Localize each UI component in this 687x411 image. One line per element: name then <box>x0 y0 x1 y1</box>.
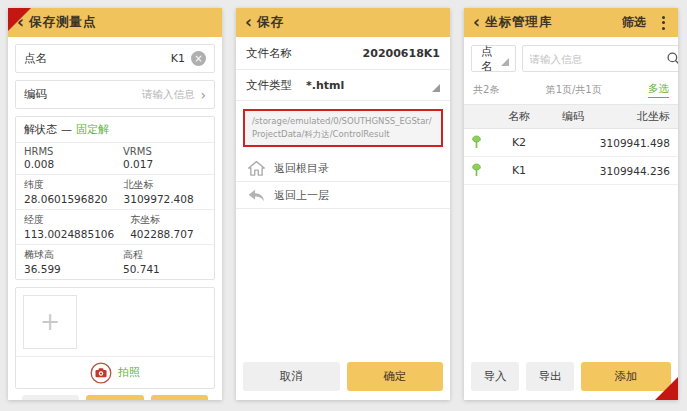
cancel-button[interactable]: 取消 <box>243 362 340 391</box>
coord-library-body: 点名 共2条 第1页/共1页 多 <box>464 37 678 400</box>
import-button[interactable]: 导入 <box>471 362 519 391</box>
metric-row-lon-east: 经度 113.0024885106 东坐标 402288.707 <box>16 209 214 244</box>
chevron-right-icon: › <box>200 87 206 103</box>
metric-label: 北坐标 <box>124 178 206 192</box>
save-file-titlebar: ‹ 保存 <box>236 8 450 37</box>
metric-hrms: HRMS 0.008 <box>16 143 115 174</box>
metric-label: 东坐标 <box>130 213 206 227</box>
filename-value: 20200618K1 <box>363 47 440 60</box>
go-root-row[interactable]: 返回根目录 <box>236 155 450 182</box>
search-box <box>522 45 679 72</box>
home-icon <box>248 160 265 176</box>
metric-vrms: VRMS 0.017 <box>115 143 214 174</box>
panel-save-file: ‹ 保存 文件名称 20200618K1 文件类型 *.html /storag… <box>236 8 450 400</box>
solution-value: 固定解 <box>76 122 109 137</box>
point-marker-icon <box>464 135 488 150</box>
search-field-label: 点名 <box>481 44 493 74</box>
report-button[interactable]: 报告 <box>86 395 143 400</box>
screenshot-stage: ‹ 保存测量点 点名 K1 × 编码 请输入信息 › 解状态 — 固定解 <box>0 0 687 408</box>
ok-button[interactable]: 确定 <box>347 362 444 391</box>
filetype-label: 文件类型 <box>246 78 292 93</box>
clear-icon[interactable]: × <box>191 51 206 66</box>
metric-label: HRMS <box>24 146 107 157</box>
page-indicator: 第1页/共1页 <box>546 83 602 97</box>
current-path-box: /storage/emulated/0/SOUTHGNSS_EGStar/ Pr… <box>243 109 443 147</box>
save-file-body: 文件名称 20200618K1 文件类型 *.html /storage/emu… <box>236 37 450 400</box>
go-root-label: 返回根目录 <box>274 161 329 176</box>
metric-elevation: 高程 50.741 <box>115 245 214 279</box>
search-input[interactable] <box>530 53 662 65</box>
code-field[interactable]: 编码 请输入信息 › <box>15 80 215 109</box>
row-name: K1 <box>488 164 550 177</box>
metric-row-height: 椭球高 36.599 高程 50.741 <box>16 244 214 279</box>
metric-value: 36.599 <box>24 263 107 275</box>
row-north: 3109944.236 <box>596 165 678 177</box>
table-row[interactable]: K1 3109944.236 <box>464 157 678 185</box>
metric-value: 0.008 <box>24 158 107 170</box>
point-name-value: K1 <box>171 52 185 65</box>
multiselect-link[interactable]: 多选 <box>648 82 669 98</box>
gps-info-box: 解状态 — 固定解 HRMS 0.008 VRMS 0.017 <box>15 116 215 280</box>
metric-north: 北坐标 3109972.408 <box>116 175 214 209</box>
dropdown-triangle-icon <box>501 58 509 66</box>
back-icon[interactable]: ‹ <box>245 14 252 31</box>
metric-label: 经度 <box>24 213 114 227</box>
metric-value: 50.741 <box>123 263 206 275</box>
metric-east: 东坐标 402288.707 <box>122 210 214 244</box>
metric-label: VRMS <box>123 146 206 157</box>
page-title: 保存 <box>257 14 284 31</box>
search-icon[interactable] <box>666 51 679 66</box>
coord-library-buttons: 导入 导出 添加 <box>464 356 678 400</box>
metric-value: 113.0024885106 <box>24 228 114 240</box>
photo-thumbnail-area: + <box>16 288 214 356</box>
solution-status-row: 解状态 — 固定解 <box>16 117 214 142</box>
ok-button[interactable]: 确定 <box>151 395 208 400</box>
coord-library-titlebar: ‹ 坐标管理库 筛选 <box>464 8 678 37</box>
photo-section: + 拍照 <box>15 287 215 389</box>
row-north: 3109941.498 <box>596 137 678 149</box>
filter-button[interactable]: 筛选 <box>622 14 646 31</box>
panel-coord-library: ‹ 坐标管理库 筛选 点名 <box>464 8 678 400</box>
metric-ellipsoid-height: 椭球高 36.599 <box>16 245 115 279</box>
solution-label: 解状态 <box>24 122 57 137</box>
code-placeholder: 请输入信息 <box>142 88 195 102</box>
pagination-row: 共2条 第1页/共1页 多选 <box>464 80 678 105</box>
filename-row[interactable]: 文件名称 20200618K1 <box>236 37 450 70</box>
go-up-label: 返回上一层 <box>274 188 329 203</box>
filetype-row[interactable]: 文件类型 *.html <box>236 70 450 101</box>
filetype-value: *.html <box>306 79 344 92</box>
metric-longitude: 经度 113.0024885106 <box>16 210 122 244</box>
back-icon[interactable]: ‹ <box>473 14 480 31</box>
overflow-menu-icon[interactable] <box>658 14 669 32</box>
add-photo-placeholder[interactable]: + <box>23 295 77 349</box>
metric-row-rms: HRMS 0.008 VRMS 0.017 <box>16 142 214 174</box>
cancel-button[interactable]: 取消 <box>22 395 79 400</box>
row-name: K2 <box>488 136 550 149</box>
metric-value: 28.0601596820 <box>24 193 108 205</box>
annotation-triangle-top-left <box>8 8 31 31</box>
panel-save-point: ‹ 保存测量点 点名 K1 × 编码 请输入信息 › 解状态 — 固定解 <box>8 8 222 400</box>
page-title: 保存测量点 <box>29 14 97 31</box>
page-title: 坐标管理库 <box>485 14 553 31</box>
metric-label: 高程 <box>123 248 206 262</box>
metric-value: 3109972.408 <box>124 193 206 205</box>
metric-row-lat-north: 纬度 28.0601596820 北坐标 3109972.408 <box>16 174 214 209</box>
code-label: 编码 <box>24 87 47 102</box>
metric-label: 纬度 <box>24 178 108 192</box>
total-count: 共2条 <box>473 83 499 97</box>
solution-dash: — <box>61 123 72 136</box>
save-point-titlebar: ‹ 保存测量点 <box>8 8 222 37</box>
take-photo-button[interactable]: 拍照 <box>16 356 214 388</box>
table-row[interactable]: K2 3109941.498 <box>464 129 678 157</box>
path-line-1: /storage/emulated/0/SOUTHGNSS_EGStar/ <box>252 115 434 128</box>
metric-value: 0.017 <box>123 158 206 170</box>
point-name-field[interactable]: 点名 K1 × <box>15 44 215 73</box>
take-photo-label: 拍照 <box>118 365 140 380</box>
go-up-row[interactable]: 返回上一层 <box>236 182 450 209</box>
filename-label: 文件名称 <box>246 46 292 61</box>
metric-value: 402288.707 <box>130 228 206 240</box>
search-field-dropdown[interactable]: 点名 <box>471 45 516 72</box>
export-button[interactable]: 导出 <box>526 362 574 391</box>
metric-label: 椭球高 <box>24 248 107 262</box>
save-point-body: 点名 K1 × 编码 请输入信息 › 解状态 — 固定解 HRM <box>8 37 222 400</box>
